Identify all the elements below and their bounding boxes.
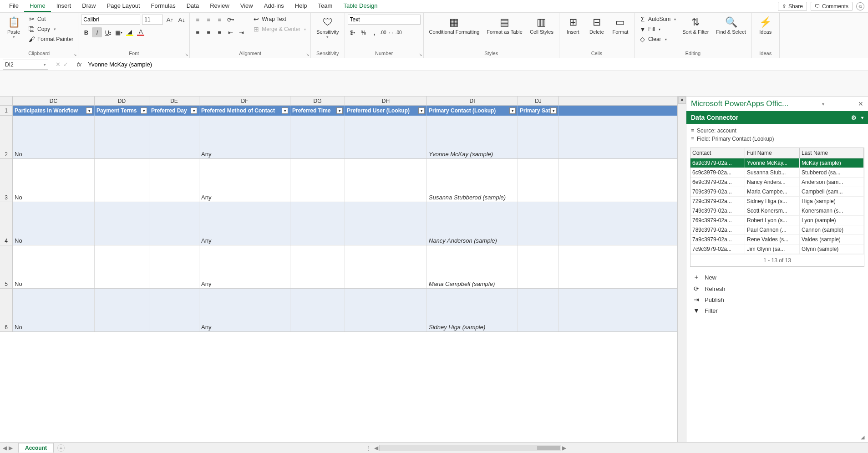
cell-dh-3[interactable]: [345, 159, 427, 202]
close-taskpane-button[interactable]: ✕: [858, 100, 863, 107]
vertical-scrollbar[interactable]: ▲: [678, 97, 686, 442]
format-painter-button[interactable]: 🖌Format Painter: [26, 35, 75, 44]
col-header-de[interactable]: DE: [149, 97, 199, 105]
share-button[interactable]: ⇪Share: [778, 2, 807, 11]
cell-dg-5[interactable]: [290, 245, 345, 288]
autosum-button[interactable]: ΣAutoSum▾: [637, 15, 678, 24]
lookup-col-contact[interactable]: Contact: [690, 148, 745, 158]
cell-df-3[interactable]: Any: [199, 159, 290, 202]
cell-dg-4[interactable]: [290, 202, 345, 245]
menu-home[interactable]: Home: [24, 0, 51, 12]
col-header-dh[interactable]: DH: [345, 97, 427, 105]
insert-cells-button[interactable]: ⊞Insert: [562, 15, 584, 36]
filter-dropdown-icon[interactable]: ▾: [282, 107, 288, 114]
filter-dropdown-icon[interactable]: ▾: [418, 107, 425, 114]
menu-insert[interactable]: Insert: [51, 0, 77, 12]
col-header-dj[interactable]: DJ: [518, 97, 559, 105]
percent-button[interactable]: %: [359, 27, 369, 37]
gear-icon[interactable]: ⚙: [851, 114, 857, 121]
col-header-dc[interactable]: DC: [13, 97, 95, 105]
cell-dc-2[interactable]: No: [13, 116, 95, 158]
increase-decimal-button[interactable]: .00→: [381, 27, 391, 37]
row-header-6[interactable]: 6: [0, 289, 13, 331]
clipboard-dialog-launcher[interactable]: ↘: [73, 52, 77, 57]
wrap-text-button[interactable]: ↩Wrap Text: [251, 15, 308, 24]
number-format-select[interactable]: [348, 15, 421, 25]
cell-de-4[interactable]: [149, 202, 199, 245]
filter-dropdown-icon[interactable]: ▾: [336, 107, 343, 114]
hscroll-left[interactable]: ◀: [374, 445, 378, 451]
menu-view[interactable]: View: [235, 0, 259, 12]
conditional-formatting-button[interactable]: ▦Conditional Formatting: [426, 15, 482, 36]
cell-styles-button[interactable]: ▥Cell Styles: [527, 15, 556, 36]
refresh-button[interactable]: ⟳Refresh: [693, 285, 862, 292]
alignment-dialog-launcher[interactable]: ↘: [306, 52, 310, 57]
cell-dj-3[interactable]: [518, 159, 559, 202]
cut-button[interactable]: ✂Cut: [26, 15, 75, 24]
select-all-corner[interactable]: [0, 97, 13, 105]
sheet-tab-account[interactable]: Account: [18, 443, 54, 453]
decrease-indent-button[interactable]: ⇤: [225, 27, 235, 37]
comments-button[interactable]: 🗨Comments: [811, 2, 853, 11]
cell-dd-5[interactable]: [95, 245, 149, 288]
filter-dropdown-icon[interactable]: ▾: [509, 107, 516, 114]
filter-button[interactable]: ▼Filter: [693, 307, 862, 314]
horizontal-scrollbar[interactable]: [379, 445, 561, 451]
menu-file[interactable]: File: [4, 0, 24, 12]
clear-button[interactable]: ◇Clear▾: [637, 35, 678, 44]
cell-dc-3[interactable]: No: [13, 159, 95, 202]
row-header-2[interactable]: 2: [0, 116, 13, 158]
table-header-dd[interactable]: Payment Terms▾: [95, 106, 149, 116]
cell-dj-2[interactable]: [518, 116, 559, 158]
cell-dc-4[interactable]: No: [13, 202, 95, 245]
sheet-nav-prev[interactable]: ◀: [3, 445, 7, 451]
font-dialog-launcher[interactable]: ↘: [185, 52, 188, 57]
row-header-4[interactable]: 4: [0, 202, 13, 245]
cell-di-6[interactable]: Sidney Higa (sample): [427, 289, 518, 331]
decrease-decimal-button[interactable]: ←.00: [391, 27, 401, 37]
cell-de-6[interactable]: [149, 289, 199, 331]
sort-filter-button[interactable]: ⇅Sort & Filter: [680, 15, 711, 36]
fx-label[interactable]: fx: [73, 61, 85, 68]
copy-button[interactable]: ⿻Copy▾: [26, 25, 75, 34]
filter-dropdown-icon[interactable]: ▾: [550, 107, 557, 114]
taskpane-header-dropdown[interactable]: ▾: [861, 115, 863, 120]
menu-help[interactable]: Help: [289, 0, 313, 12]
format-as-table-button[interactable]: ▤Format as Table: [484, 15, 525, 36]
filter-dropdown-icon[interactable]: ▾: [141, 107, 147, 114]
name-box[interactable]: DI2 ▾: [3, 60, 48, 70]
lookup-row[interactable]: 709c3979-02a...Maria Campbe...Campbell (…: [690, 187, 864, 197]
spreadsheet-grid[interactable]: DCDDDEDFDGDHDIDJ 1 Participates in Workf…: [0, 97, 678, 442]
lookup-row[interactable]: 6a9c3979-02a...Yvonne McKay...McKay (sam…: [690, 158, 864, 168]
border-button[interactable]: ▦▾: [114, 27, 124, 37]
font-name-select[interactable]: [81, 15, 140, 25]
menu-team[interactable]: Team: [313, 0, 338, 12]
add-sheet-button[interactable]: +: [57, 444, 65, 452]
align-bottom-button[interactable]: ≡: [214, 15, 224, 25]
cell-dd-2[interactable]: [95, 116, 149, 158]
menu-page-layout[interactable]: Page Layout: [102, 0, 146, 12]
filter-dropdown-icon[interactable]: ▾: [86, 107, 92, 114]
new-button[interactable]: ＋New: [693, 273, 862, 281]
cell-dh-5[interactable]: [345, 245, 427, 288]
delete-cells-button[interactable]: ⊟Delete: [586, 15, 608, 36]
cancel-formula-button[interactable]: ✕: [56, 61, 61, 68]
menu-draw[interactable]: Draw: [76, 0, 101, 12]
table-header-df[interactable]: Preferred Method of Contact▾: [199, 106, 290, 116]
table-header-dh[interactable]: Preferred User (Lookup)▾: [345, 106, 427, 116]
cell-df-2[interactable]: Any: [199, 116, 290, 158]
menu-add-ins[interactable]: Add-ins: [259, 0, 289, 12]
cell-df-6[interactable]: Any: [199, 289, 290, 331]
menu-data[interactable]: Data: [181, 0, 204, 12]
increase-indent-button[interactable]: ⇥: [236, 27, 246, 37]
lookup-row[interactable]: 7a9c3979-02a...Rene Valdes (s...Valdes (…: [690, 235, 864, 244]
cell-di-3[interactable]: Susanna Stubberod (sample): [427, 159, 518, 202]
lookup-col-lastname[interactable]: Last Name: [800, 148, 864, 158]
align-right-button[interactable]: ≡: [214, 27, 224, 37]
font-color-button[interactable]: A: [136, 27, 146, 37]
comma-button[interactable]: ,: [370, 27, 380, 37]
lookup-row[interactable]: 789c3979-02a...Paul Cannon (...Cannon (s…: [690, 225, 864, 235]
paste-button[interactable]: 📋 Paste ▾: [3, 15, 25, 41]
feedback-smiley-icon[interactable]: ☺: [856, 2, 864, 10]
align-top-button[interactable]: ≡: [193, 15, 203, 25]
